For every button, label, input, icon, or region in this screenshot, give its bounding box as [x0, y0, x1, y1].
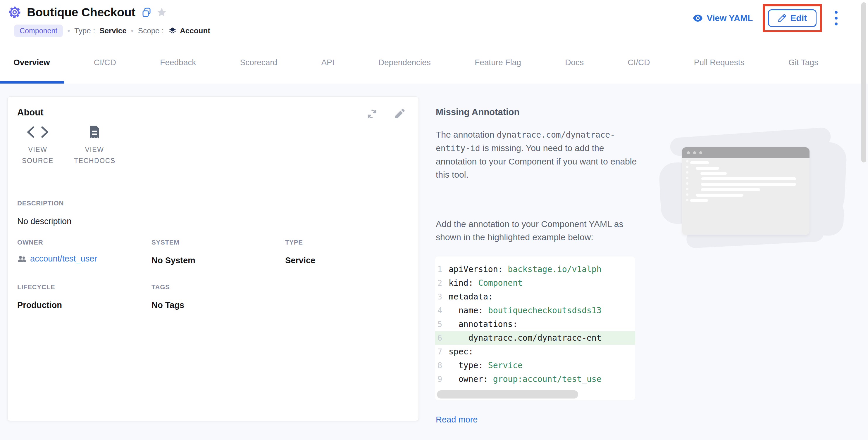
separator-dot: •	[67, 26, 70, 35]
view-yaml-label: View YAML	[707, 13, 753, 23]
window-titlebar	[682, 147, 809, 158]
view-source-button[interactable]: VIEW SOURCE	[13, 125, 63, 166]
content-area: About VIEW SOURCE	[0, 83, 868, 440]
entity-meta-row: Component • Type : Service • Scope : Acc…	[14, 25, 210, 37]
view-techdocs-button[interactable]: VIEW TECHDOCS	[70, 125, 119, 166]
code-window-illustration	[682, 147, 809, 235]
page-scrollbar	[860, 0, 868, 440]
lifecycle-label: LIFECYCLE	[17, 283, 152, 291]
title-row: Boutique Checkout	[8, 5, 167, 19]
yaml-code-lines: 1apiVersion: backstage.io/v1alph2kind: C…	[435, 257, 635, 386]
scope-value-wrap: Account	[168, 26, 210, 35]
missing-annotation-illustration	[659, 125, 849, 253]
field-owner: OWNER account/test_user	[17, 239, 152, 265]
annotation-instructions: Add the annotation to your Component YAM…	[436, 217, 645, 244]
page-header: Boutique Checkout Component • Type : Ser…	[0, 0, 868, 41]
group-icon	[17, 255, 27, 263]
view-source-label: VIEW SOURCE	[17, 144, 58, 166]
entity-tab-bar: OverviewCI/CDFeedbackScorecardAPIDepende…	[0, 41, 868, 83]
tags-label: TAGS	[152, 283, 285, 291]
about-fields-grid: OWNER account/test_user SYSTEM No System…	[17, 239, 315, 310]
yaml-code-block: 1apiVersion: backstage.io/v1alph2kind: C…	[435, 257, 635, 400]
field-system: SYSTEM No System	[152, 239, 285, 265]
read-more-link[interactable]: Read more	[436, 415, 477, 425]
edit-highlight-box: Edit	[763, 4, 822, 32]
view-yaml-button[interactable]: View YAML	[693, 13, 753, 23]
about-card-actions	[367, 108, 405, 120]
document-icon	[88, 125, 101, 139]
edit-button[interactable]: Edit	[768, 9, 816, 27]
code-line-5: 5 annotations:	[435, 317, 635, 331]
code-brackets-icon	[27, 125, 49, 139]
field-tags: TAGS No Tags	[152, 283, 285, 310]
code-line-8: 8 type: Service	[435, 359, 635, 372]
window-code-bar	[701, 188, 760, 191]
edit-button-label: Edit	[790, 13, 807, 23]
type-value: Service	[99, 26, 127, 35]
tab-scorecard[interactable]: Scorecard	[234, 41, 283, 83]
description-label: DESCRIPTION	[17, 200, 71, 207]
owner-link[interactable]: account/test_user	[30, 254, 97, 264]
type-label: Type :	[74, 26, 95, 35]
tab-feedback[interactable]: Feedback	[154, 41, 202, 83]
system-value: No System	[152, 256, 285, 265]
tab-pull-requests[interactable]: Pull Requests	[688, 41, 750, 83]
window-code-bar	[690, 199, 708, 202]
component-gear-icon	[8, 5, 22, 19]
about-card-title: About	[17, 107, 43, 118]
view-techdocs-label: VIEW TECHDOCS	[74, 144, 115, 166]
annotation-text-prefix: The annotation	[436, 130, 497, 139]
edit-about-icon[interactable]	[394, 108, 405, 120]
type-field-label: TYPE	[285, 239, 315, 246]
owner-value-wrap: account/test_user	[17, 254, 152, 264]
tab-ci-cd-2[interactable]: CI/CD	[622, 41, 656, 83]
code-scrollbar-thumb[interactable]	[437, 390, 578, 399]
code-horizontal-scrollbar	[437, 390, 633, 399]
window-code-bar	[701, 177, 796, 180]
missing-annotation-panel: Missing Annotation The annotation dynatr…	[435, 83, 675, 440]
code-line-2: 2kind: Component	[435, 276, 635, 290]
scribble-shape	[805, 197, 844, 236]
type-field-value: Service	[285, 256, 315, 265]
pencil-icon	[778, 14, 786, 23]
page-title: Boutique Checkout	[27, 5, 135, 19]
scope-value: Account	[180, 26, 210, 35]
code-line-3: 3metadata:	[435, 290, 635, 304]
window-code-bar	[701, 183, 796, 186]
description-value: No description	[17, 216, 71, 226]
window-code-bar	[690, 161, 709, 164]
missing-annotation-title: Missing Annotation	[436, 107, 519, 117]
code-line-1: 1apiVersion: backstage.io/v1alph	[435, 262, 635, 276]
scope-label: Scope :	[138, 26, 164, 35]
window-code-bar	[696, 167, 719, 170]
separator-dot: •	[131, 26, 134, 35]
favorite-star-icon[interactable]	[156, 7, 167, 18]
window-code-bar	[696, 194, 743, 197]
tags-value: No Tags	[152, 300, 285, 310]
topbar-actions: View YAML Edit	[693, 4, 840, 32]
about-quick-actions: VIEW SOURCE VIEW TECHDOCS	[13, 125, 119, 166]
field-type: TYPE Service	[285, 239, 315, 265]
tab-ci-cd[interactable]: CI/CD	[88, 41, 122, 83]
tab-dependencies[interactable]: Dependencies	[373, 41, 437, 83]
code-line-4: 4 name: boutiquecheckoutsdsds13	[435, 304, 635, 317]
system-label: SYSTEM	[152, 239, 285, 246]
tab-git-tags[interactable]: Git Tags	[783, 41, 824, 83]
copy-icon[interactable]	[142, 7, 151, 17]
tab-docs[interactable]: Docs	[559, 41, 590, 83]
code-line-7: 7spec:	[435, 345, 635, 359]
window-line-dots	[686, 160, 688, 201]
code-line-9: 9 owner: group:account/test_use	[435, 372, 635, 386]
tab-feature-flag[interactable]: Feature Flag	[469, 41, 527, 83]
eye-icon	[693, 14, 703, 22]
lifecycle-value: Production	[17, 300, 152, 310]
owner-label: OWNER	[17, 239, 152, 246]
page-scrollbar-thumb[interactable]	[861, 2, 866, 163]
more-options-kebab[interactable]	[832, 9, 840, 27]
account-layers-icon	[168, 27, 177, 35]
tab-api[interactable]: API	[315, 41, 340, 83]
tab-overview[interactable]: Overview	[8, 41, 56, 83]
field-description: DESCRIPTION No description	[17, 200, 71, 226]
refresh-icon[interactable]	[367, 108, 377, 120]
annotation-paragraph: The annotation dynatrace.com/dynatrace-e…	[436, 128, 645, 181]
